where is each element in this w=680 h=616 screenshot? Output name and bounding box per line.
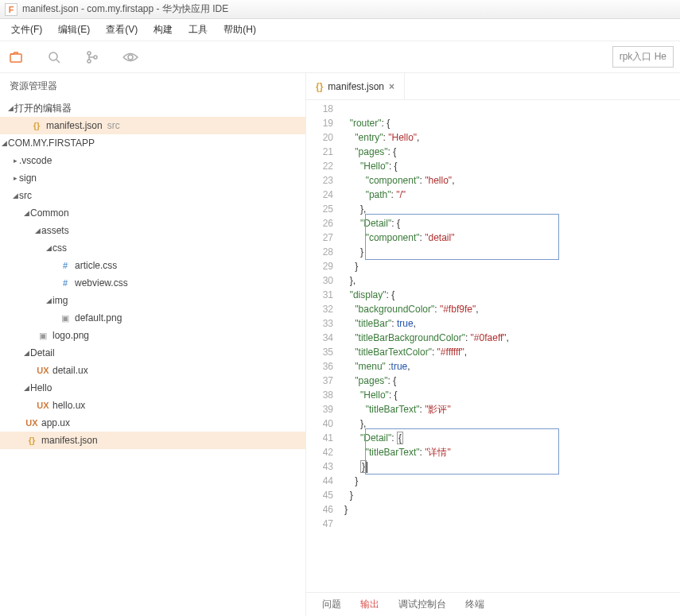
svg-point-1: [49, 52, 57, 60]
panel-output[interactable]: 输出: [360, 598, 379, 611]
panel-tabs: 问题 输出 调试控制台 终端: [306, 592, 680, 616]
json-icon: {}: [30, 119, 43, 132]
file-default-png[interactable]: ▣default.png: [0, 309, 305, 327]
image-icon: ▣: [37, 329, 49, 342]
file-article-css[interactable]: #article.css: [0, 257, 305, 274]
git-tool-icon[interactable]: [83, 48, 102, 67]
folder-css[interactable]: ◢css: [0, 239, 305, 257]
json-icon: {}: [25, 434, 38, 447]
editor-tabs: {} manifest.json ×: [306, 73, 680, 100]
rpk-entry-field[interactable]: rpk入口 He: [612, 46, 674, 68]
menu-help[interactable]: 帮助(H): [217, 20, 262, 40]
folder-common[interactable]: ◢Common: [0, 204, 305, 222]
file-app-ux[interactable]: UXapp.ux: [0, 414, 305, 432]
code-editor[interactable]: 1819202122232425262728293031323334353637…: [306, 100, 680, 592]
explorer-panel: 资源管理器 ◢打开的编辑器 {}manifest.jsonsrc ◢COM.MY…: [0, 73, 306, 616]
folder-src[interactable]: ◢src: [0, 187, 305, 204]
explorer-title: 资源管理器: [0, 73, 305, 99]
file-hello-ux[interactable]: UXhello.ux: [0, 397, 305, 414]
svg-point-4: [87, 60, 91, 63]
menu-view[interactable]: 查看(V): [99, 20, 144, 40]
svg-point-6: [128, 55, 133, 60]
code-content[interactable]: "router": { "entry": "Hello", "pages": {…: [344, 100, 680, 592]
menubar: 文件(F) 编辑(E) 查看(V) 构建 工具 帮助(H): [0, 19, 680, 41]
panel-problems[interactable]: 问题: [322, 598, 341, 611]
ux-icon: UX: [25, 416, 38, 429]
menu-build[interactable]: 构建: [147, 20, 179, 40]
image-icon: ▣: [59, 312, 72, 324]
folder-sign[interactable]: ▸sign: [0, 169, 305, 187]
folder-assets[interactable]: ◢assets: [0, 222, 305, 239]
file-manifest-json[interactable]: {}manifest.json: [0, 432, 305, 449]
explorer-tool-icon[interactable]: [6, 48, 25, 67]
preview-tool-icon[interactable]: [121, 48, 140, 67]
tab-label: manifest.json: [328, 81, 384, 92]
css-icon: #: [59, 259, 72, 272]
file-webview-css[interactable]: #webview.css: [0, 274, 305, 292]
ux-icon: UX: [37, 399, 49, 412]
menu-file[interactable]: 文件(F): [5, 20, 49, 40]
close-tab-icon[interactable]: ×: [389, 81, 394, 92]
svg-point-3: [87, 52, 91, 55]
folder-img[interactable]: ◢img: [0, 292, 305, 309]
tab-manifest[interactable]: {} manifest.json ×: [306, 73, 405, 99]
panel-terminal[interactable]: 终端: [465, 598, 484, 611]
file-detail-ux[interactable]: UXdetail.ux: [0, 362, 305, 379]
menu-edit[interactable]: 编辑(E): [52, 20, 96, 40]
toolbar: rpk入口 He: [0, 41, 680, 73]
svg-rect-0: [10, 54, 21, 62]
line-gutter: 1819202122232425262728293031323334353637…: [306, 100, 344, 592]
folder-hello[interactable]: ◢Hello: [0, 379, 305, 397]
svg-line-2: [56, 60, 60, 63]
editor-area: {} manifest.json × 181920212223242526272…: [306, 73, 680, 616]
menu-tools[interactable]: 工具: [182, 20, 214, 40]
panel-debug[interactable]: 调试控制台: [398, 598, 446, 611]
file-logo-png[interactable]: ▣logo.png: [0, 327, 305, 344]
open-editors-section[interactable]: ◢打开的编辑器: [0, 99, 305, 117]
app-logo-icon: F: [5, 3, 17, 16]
svg-point-5: [94, 56, 97, 59]
project-root[interactable]: ◢COM.MY.FIRSTAPP: [0, 134, 305, 152]
search-tool-icon[interactable]: [45, 48, 64, 67]
window-title: manifest.json - com.my.firstapp - 华为快应用 …: [22, 2, 228, 16]
ux-icon: UX: [37, 364, 49, 377]
open-editor-manifest[interactable]: {}manifest.jsonsrc: [0, 117, 305, 134]
css-icon: #: [59, 277, 72, 289]
json-icon: {}: [316, 81, 323, 92]
folder-vscode[interactable]: ▸.vscode: [0, 152, 305, 169]
window-titlebar: F manifest.json - com.my.firstapp - 华为快应…: [0, 0, 680, 19]
folder-detail[interactable]: ◢Detail: [0, 344, 305, 362]
